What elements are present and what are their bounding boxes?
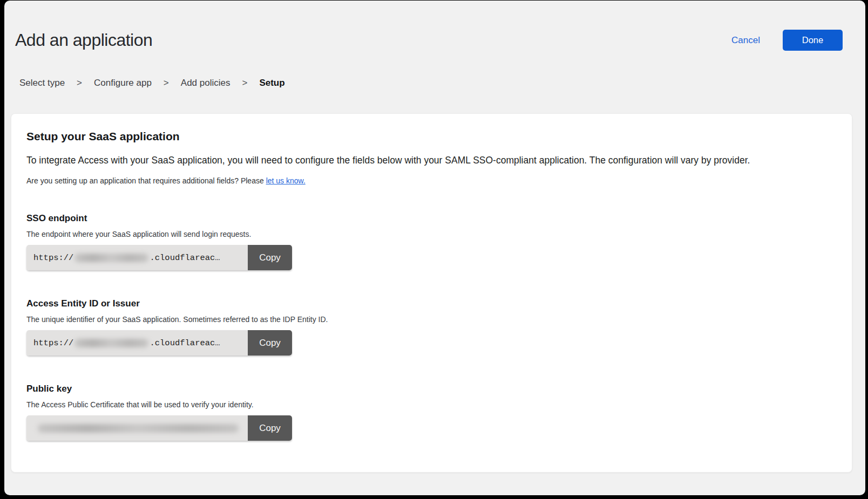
chevron-separator: >	[164, 78, 169, 88]
chevron-separator: >	[242, 78, 247, 88]
done-button[interactable]: Done	[783, 30, 843, 51]
public-key-value	[26, 415, 248, 441]
breadcrumb-item-add-policies[interactable]: Add policies	[181, 78, 230, 88]
entity-id-value: https:// .cloudflareac…	[26, 330, 248, 356]
breadcrumb-item-setup: Setup	[259, 78, 284, 88]
copy-button[interactable]: Copy	[248, 330, 292, 356]
redacted-value-blur	[38, 424, 239, 433]
card-note: Are you setting up an application that r…	[26, 176, 837, 185]
field-label: Access Entity ID or Issuer	[26, 298, 837, 309]
breadcrumb: Select type > Configure app > Add polici…	[19, 78, 852, 88]
breadcrumb-item-configure-app[interactable]: Configure app	[94, 78, 152, 88]
chevron-separator: >	[77, 78, 82, 88]
copy-row: https:// .cloudflareac… Copy	[26, 330, 292, 356]
cancel-button[interactable]: Cancel	[731, 35, 760, 46]
field-description: The Access Public Certificate that will …	[26, 400, 837, 409]
redacted-value-blur	[74, 339, 148, 347]
field-label: SSO endpoint	[26, 213, 837, 224]
sso-endpoint-value: https:// .cloudflareac…	[26, 245, 248, 270]
field-description: The endpoint where your SaaS application…	[26, 230, 837, 238]
breadcrumb-item-select-type[interactable]: Select type	[19, 78, 65, 88]
setup-card: Setup your SaaS application To integrate…	[11, 113, 852, 473]
sso-endpoint-section: SSO endpoint The endpoint where your Saa…	[26, 213, 837, 270]
public-key-section: Public key The Access Public Certificate…	[26, 384, 837, 441]
copy-button[interactable]: Copy	[248, 245, 292, 270]
field-description: The unique identifier of your SaaS appli…	[26, 315, 837, 324]
add-application-page: Add an application Cancel Done Select ty…	[4, 30, 865, 473]
copy-button[interactable]: Copy	[248, 415, 292, 441]
copy-row: Copy	[26, 415, 292, 441]
value-suffix: .cloudflareac…	[150, 253, 220, 263]
card-intro: To integrate Access with your SaaS appli…	[26, 155, 837, 166]
entity-id-section: Access Entity ID or Issuer The unique id…	[26, 298, 837, 356]
card-title: Setup your SaaS application	[26, 130, 837, 143]
field-label: Public key	[26, 384, 837, 394]
redacted-value-blur	[74, 254, 148, 262]
header-actions: Cancel Done	[731, 30, 843, 51]
page-title: Add an application	[15, 30, 152, 50]
note-text: Are you setting up an application that r…	[26, 176, 266, 185]
value-prefix: https://	[33, 253, 73, 263]
copy-row: https:// .cloudflareac… Copy	[26, 245, 292, 270]
page-header: Add an application Cancel Done	[11, 30, 852, 51]
let-us-know-link[interactable]: let us know.	[266, 176, 306, 185]
value-suffix: .cloudflareac…	[150, 338, 220, 348]
value-prefix: https://	[33, 338, 73, 348]
app-window: Add an application Cancel Done Select ty…	[4, 1, 865, 495]
